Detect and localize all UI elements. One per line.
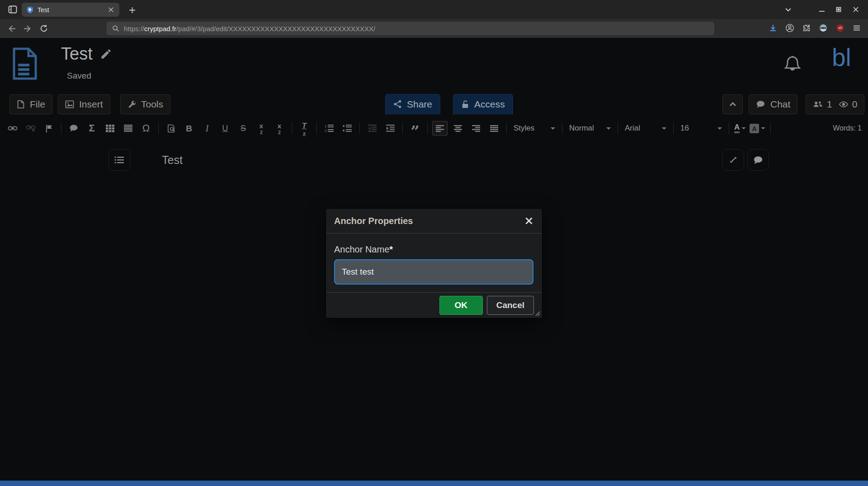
decrease-indent-icon[interactable]	[364, 121, 380, 136]
firefox-view-icon[interactable]	[7, 4, 18, 15]
background-color-button[interactable]: A	[750, 124, 765, 133]
toolbar-separator	[673, 122, 674, 134]
paragraph-format-dropdown[interactable]: Normal	[566, 122, 613, 135]
special-character-omega-icon[interactable]: Ω	[138, 121, 154, 136]
dialog-close-icon[interactable]	[524, 216, 534, 226]
maximize-editor-button[interactable]	[722, 149, 744, 171]
collapse-toolbar-button[interactable]	[722, 94, 743, 114]
dialog-header[interactable]: Anchor Properties	[326, 209, 542, 234]
toolbar-separator	[506, 122, 507, 134]
remove-format-icon[interactable]: Tx	[297, 121, 312, 136]
chevron-down-icon	[741, 127, 746, 129]
horizontal-rule-icon[interactable]	[120, 121, 136, 136]
share-button[interactable]: Share	[385, 94, 440, 114]
new-tab-button[interactable]	[126, 4, 138, 16]
comment-icon[interactable]	[66, 121, 81, 136]
document-text[interactable]: Test	[162, 154, 183, 167]
align-justify-icon[interactable]	[486, 121, 502, 136]
align-center-icon[interactable]	[450, 121, 466, 136]
svg-text:uO: uO	[838, 26, 842, 29]
access-button[interactable]: Access	[453, 94, 513, 114]
link-icon[interactable]	[5, 121, 20, 136]
unlink-icon[interactable]	[23, 121, 38, 136]
forward-icon[interactable]	[22, 23, 33, 34]
browser-tab[interactable]: Test	[22, 3, 119, 17]
edit-title-pencil-icon[interactable]	[100, 48, 112, 60]
pad-toolbar: File Insert Tools	[0, 93, 868, 118]
strikethrough-icon[interactable]: S	[236, 121, 251, 136]
nav-extensions-area: uO	[768, 23, 862, 33]
insert-menu-button[interactable]: Insert	[58, 94, 110, 114]
privacy-extension-icon[interactable]	[818, 23, 828, 33]
toolbar-separator	[402, 122, 403, 134]
extensions-puzzle-icon[interactable]	[802, 23, 811, 33]
menu-hamburger-icon[interactable]	[852, 23, 862, 33]
bulleted-list-icon[interactable]	[340, 121, 355, 136]
increase-indent-icon[interactable]	[382, 121, 398, 136]
tab-list-chevron-icon[interactable]	[781, 0, 795, 19]
editors-count: 1	[827, 99, 832, 110]
chat-bubble-icon	[756, 100, 765, 109]
reload-icon[interactable]	[38, 23, 49, 34]
underline-icon[interactable]: U	[217, 121, 233, 136]
pad-document-icon	[12, 47, 38, 80]
editor-toolbar: Σ Ω B I U S x2 x2 Tx	[0, 118, 868, 138]
toolbar-separator	[729, 122, 729, 134]
insert-menu-label: Insert	[79, 99, 103, 110]
file-menu-button[interactable]: File	[9, 94, 52, 114]
chat-button[interactable]: Chat	[749, 94, 797, 114]
notifications-bell-icon[interactable]	[783, 55, 802, 75]
font-dropdown[interactable]: Arial	[622, 122, 669, 135]
svg-text:2: 2	[325, 129, 327, 132]
lock-icon	[461, 100, 469, 109]
align-left-icon[interactable]	[432, 121, 448, 136]
ok-button[interactable]: OK	[439, 296, 483, 315]
superscript-icon[interactable]: x2	[272, 121, 287, 136]
user-logo-text[interactable]: bl	[832, 45, 851, 70]
ublock-origin-icon[interactable]: uO	[835, 23, 845, 33]
back-icon[interactable]	[6, 23, 17, 34]
styles-dropdown[interactable]: Styles	[511, 122, 558, 135]
font-size-dropdown[interactable]: 16	[678, 122, 725, 135]
chevron-down-icon	[662, 127, 666, 130]
window-minimize-button[interactable]	[815, 0, 829, 19]
pad-title[interactable]: Test	[61, 44, 93, 64]
dialog-title: Anchor Properties	[334, 216, 413, 226]
anchor-flag-icon[interactable]	[41, 121, 57, 136]
app-accent-bar	[0, 481, 868, 486]
preview-icon[interactable]	[163, 121, 179, 136]
anchor-properties-dialog: Anchor Properties Anchor Name* OK Cancel	[326, 209, 542, 318]
anchor-name-input[interactable]	[334, 259, 533, 285]
tools-menu-button[interactable]: Tools	[120, 94, 170, 114]
math-sigma-icon[interactable]: Σ	[84, 121, 99, 136]
file-icon	[17, 100, 25, 109]
italic-icon[interactable]: I	[199, 121, 215, 136]
cryptpad-favicon-shield-icon	[26, 6, 34, 14]
presence-button[interactable]: 1 0	[806, 94, 864, 114]
tab-close-icon[interactable]	[107, 6, 115, 14]
numbered-list-icon[interactable]: 1 2	[321, 121, 337, 136]
toolbar-separator	[562, 122, 562, 134]
comments-toggle-button[interactable]	[747, 149, 769, 171]
bold-icon[interactable]: B	[181, 121, 197, 136]
cancel-button[interactable]: Cancel	[487, 296, 534, 315]
table-icon[interactable]	[102, 121, 118, 136]
text-color-button[interactable]: A	[734, 123, 746, 133]
window-maximize-button[interactable]	[832, 0, 845, 19]
account-icon[interactable]	[785, 23, 795, 33]
tools-menu-label: Tools	[141, 99, 163, 110]
downloads-icon[interactable]	[768, 23, 778, 33]
url-bar[interactable]: https://cryptpad.fr/pad/#/3/pad/edit/XXX…	[107, 22, 714, 35]
paragraph-format-value: Normal	[569, 124, 594, 133]
subscript-icon[interactable]: x2	[254, 121, 269, 136]
word-count: Words: 1	[833, 124, 862, 132]
toolbar-separator	[770, 122, 771, 134]
anchor-name-label: Anchor Name*	[334, 244, 534, 255]
blockquote-icon[interactable]: ”	[407, 125, 423, 139]
align-right-icon[interactable]	[468, 121, 484, 136]
outline-toggle-button[interactable]	[108, 149, 130, 171]
share-label: Share	[407, 99, 432, 110]
window-close-button[interactable]	[849, 0, 863, 19]
dialog-resize-handle[interactable]	[535, 311, 540, 316]
url-text: https://cryptpad.fr/pad/#/3/pad/edit/XXX…	[124, 25, 375, 33]
